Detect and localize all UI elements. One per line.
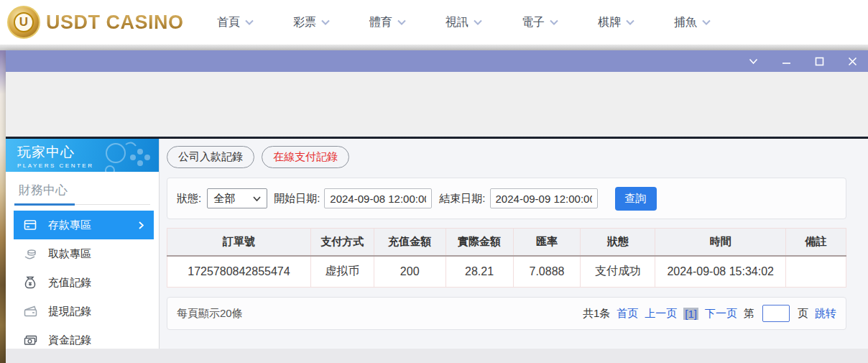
close-button[interactable] <box>846 55 858 67</box>
sidebar-item-label: 提現記錄 <box>48 305 91 318</box>
tab-online-payment[interactable]: 在線支付記錄 <box>262 146 349 168</box>
col-header-recharge-amount: 充值金額 <box>374 229 445 256</box>
withdrawal-record-icon <box>23 304 37 318</box>
jump-label-post: 页 <box>798 307 808 321</box>
minimize-button[interactable] <box>780 55 792 67</box>
brand-name: USDT CASINO <box>46 12 184 34</box>
window-bottom-strip <box>6 349 868 363</box>
nav-label: 彩票 <box>293 15 316 30</box>
status-selected-value: 全部 <box>213 192 235 206</box>
sidebar-item-withdraw[interactable]: 取款專區 <box>6 239 159 268</box>
sidebar: 玩家中心 PLAYERS CENTER 財務中心 <box>6 139 160 349</box>
chevron-down-icon <box>749 58 758 65</box>
cell-status: 支付成功 <box>581 256 655 288</box>
chevron-right-icon <box>139 221 144 229</box>
start-date-input[interactable] <box>324 188 432 208</box>
chevron-down-icon <box>397 19 406 25</box>
brand-logo[interactable]: U USDT CASINO <box>7 6 187 39</box>
sidebar-item-label: 存款專區 <box>48 219 91 232</box>
page-size-text: 每頁顯示20條 <box>177 307 243 321</box>
chevron-down-icon <box>245 19 254 25</box>
sidebar-menu: 存款專區 取款專區 充值記錄 <box>6 211 159 349</box>
nav-label: 體育 <box>369 15 392 30</box>
col-header-pay-method: 支付方式 <box>310 229 374 256</box>
sidebar-item-recharge-record[interactable]: 充值記錄 <box>6 268 159 297</box>
gamepad-icon <box>88 142 153 172</box>
nav-label: 電子 <box>522 15 545 30</box>
current-page-indicator: [1] <box>683 308 698 320</box>
search-button[interactable]: 查詢 <box>615 187 657 211</box>
jump-button[interactable]: 跳转 <box>815 307 836 321</box>
nav-item-video[interactable]: 視訊 <box>445 15 482 30</box>
collapse-button[interactable] <box>747 55 759 67</box>
chevron-down-icon <box>550 19 558 25</box>
status-label: 狀態: <box>177 192 201 206</box>
sidebar-header: 玩家中心 PLAYERS CENTER <box>6 139 159 172</box>
nav-item-fishing[interactable]: 捕魚 <box>674 15 711 30</box>
nav-item-poker[interactable]: 棋牌 <box>598 15 634 30</box>
nav-item-slots[interactable]: 電子 <box>522 15 558 30</box>
cell-time: 2024-09-08 15:34:02 <box>655 256 786 288</box>
maximize-icon <box>815 57 824 66</box>
status-select[interactable]: 全部 <box>207 188 267 208</box>
sidebar-section-finance: 財務中心 <box>14 180 150 205</box>
col-header-status: 狀態 <box>581 229 655 256</box>
maximize-button[interactable] <box>813 55 825 67</box>
nav-label: 首頁 <box>217 15 240 30</box>
section-underline <box>14 203 75 206</box>
pagination-bar: 每頁顯示20條 共1条 首页 上一页 [1] 下一页 第 页 跳转 <box>167 297 846 330</box>
main-nav: 首頁 彩票 體育 視訊 電子 棋牌 捕魚 <box>217 15 711 30</box>
total-count-text: 共1条 <box>583 307 610 321</box>
sidebar-item-deposit[interactable]: 存款專區 <box>14 211 154 239</box>
deposit-icon <box>23 218 37 232</box>
table-header-row: 訂單號 支付方式 充值金額 實際金額 匯率 狀態 時間 備註 <box>167 229 846 256</box>
sidebar-item-label: 資金記錄 <box>48 334 91 347</box>
recharge-record-icon <box>23 275 37 290</box>
start-date-label: 開始日期: <box>274 192 320 206</box>
window-titlebar <box>6 50 868 72</box>
jump-label-pre: 第 <box>744 307 754 321</box>
table-row: 1725780842855474 虚拟币 200 28.21 7.0888 支付… <box>167 256 846 288</box>
sidebar-item-withdrawal-record[interactable]: 提現記錄 <box>6 297 159 326</box>
chevron-down-icon <box>321 19 330 25</box>
minimize-icon <box>782 57 791 66</box>
logo-coin-icon: U <box>7 6 40 39</box>
funds-record-icon <box>23 333 37 347</box>
tab-company-deposit[interactable]: 公司入款記錄 <box>167 146 254 168</box>
col-header-actual-amount: 實際金額 <box>445 229 513 256</box>
page-background-strip <box>0 45 868 50</box>
col-header-time: 時間 <box>655 229 786 256</box>
nav-item-lottery[interactable]: 彩票 <box>293 15 330 30</box>
records-table: 訂單號 支付方式 充值金額 實際金額 匯率 狀態 時間 備註 172578084… <box>167 228 846 288</box>
nav-item-home[interactable]: 首頁 <box>217 15 254 30</box>
nav-label: 捕魚 <box>674 15 697 30</box>
first-page-link[interactable]: 首页 <box>617 307 638 321</box>
col-header-rate: 匯率 <box>513 229 581 256</box>
next-page-link[interactable]: 下一页 <box>705 307 737 321</box>
withdraw-icon <box>23 247 37 261</box>
nav-item-sports[interactable]: 體育 <box>369 15 406 30</box>
chevron-down-icon <box>474 19 482 25</box>
end-date-label: 結束日期: <box>439 192 485 206</box>
close-icon <box>848 57 857 66</box>
chevron-down-icon <box>253 196 261 201</box>
nav-label: 視訊 <box>445 15 468 30</box>
logo-letter: U <box>14 12 34 32</box>
filter-bar: 狀態: 全部 開始日期: 結束日期: 查詢 <box>167 178 846 219</box>
page-background-sliver <box>0 50 6 363</box>
site-header: U USDT CASINO 首頁 彩票 體育 視訊 電子 棋牌 捕魚 <box>0 0 868 45</box>
page-jump-input[interactable] <box>762 305 790 322</box>
prev-page-link[interactable]: 上一页 <box>645 307 677 321</box>
sidebar-item-label: 充值記錄 <box>48 276 91 290</box>
chevron-down-icon <box>702 19 711 25</box>
nav-label: 棋牌 <box>598 15 621 30</box>
cell-pay-method: 虚拟币 <box>310 256 374 288</box>
window-empty-area <box>6 72 868 137</box>
sidebar-item-funds-record[interactable]: 資金記錄 <box>6 326 159 349</box>
cell-rate: 7.0888 <box>513 256 581 288</box>
cell-note <box>786 256 846 288</box>
sidebar-item-label: 取款專區 <box>48 247 91 261</box>
main-content: 公司入款記錄 在線支付記錄 狀態: 全部 開始日期: 結束日期: 查詢 訂單號 <box>160 139 868 349</box>
pagination-controls: 共1条 首页 上一页 [1] 下一页 第 页 跳转 <box>583 305 836 322</box>
end-date-input[interactable] <box>490 188 598 208</box>
